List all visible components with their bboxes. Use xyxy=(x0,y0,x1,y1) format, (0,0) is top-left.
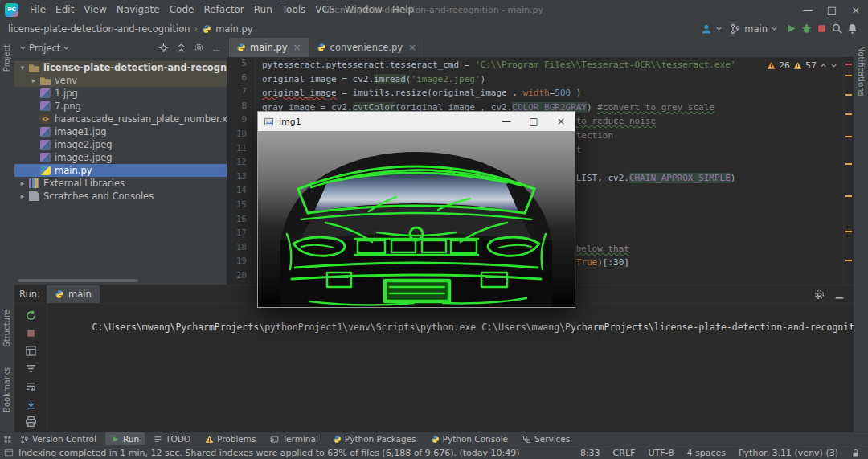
toolwindow-terminal[interactable]: Terminal xyxy=(264,432,323,445)
tab-close-icon[interactable]: × xyxy=(293,42,301,53)
chevron-down-icon[interactable] xyxy=(19,44,27,51)
lock-icon[interactable] xyxy=(851,449,860,457)
strip-bookmarks[interactable]: Bookmarks xyxy=(2,367,11,412)
branch-widget[interactable]: main xyxy=(730,23,778,35)
img1-close-button[interactable]: × xyxy=(547,112,575,131)
settings-icon[interactable] xyxy=(813,289,825,301)
right-tool-strip: Notifications xyxy=(853,38,868,432)
stop-icon[interactable] xyxy=(816,23,828,35)
line-number: 16 xyxy=(227,214,255,228)
breadcrumb-file[interactable]: main.py xyxy=(215,23,253,35)
warning-stripe-mark xyxy=(845,64,852,65)
libs-icon xyxy=(29,178,39,188)
search-icon[interactable] xyxy=(831,23,843,35)
tree-item-image1-jpg[interactable]: image1.jpg xyxy=(14,125,227,138)
window-icon xyxy=(4,448,14,457)
caret-position[interactable]: 8:33 xyxy=(580,448,600,458)
maximize-button[interactable]: □ xyxy=(820,0,844,19)
play-icon[interactable] xyxy=(785,23,797,35)
menu-run[interactable]: Run xyxy=(249,0,277,19)
img1-maximize-button[interactable]: □ xyxy=(520,112,547,131)
menu-code[interactable]: Code xyxy=(165,0,199,19)
error-stripe[interactable] xyxy=(843,57,854,285)
softwrap-icon[interactable] xyxy=(25,380,37,392)
strip-project[interactable]: Project xyxy=(2,44,11,72)
chevron-down-icon[interactable] xyxy=(63,44,70,51)
img1-minimize-button[interactable]: — xyxy=(493,112,520,131)
tree-item-1-jpg[interactable]: 1.jpg xyxy=(14,87,227,100)
hide-icon[interactable] xyxy=(833,289,845,301)
scroll-down-icon[interactable] xyxy=(25,398,37,410)
previous-issue-icon[interactable] xyxy=(820,62,827,69)
toolwindow-label: Version Control xyxy=(32,434,96,444)
strip-notifications[interactable]: Notifications xyxy=(857,46,866,96)
menu-tools[interactable]: Tools xyxy=(277,0,311,19)
menu-refactor[interactable]: Refactor xyxy=(199,0,248,19)
code-token: ) xyxy=(587,102,597,113)
toolwindow-python-packages[interactable]: Python Packages xyxy=(327,432,422,445)
next-issue-icon[interactable] xyxy=(830,62,837,69)
line-number: 15 xyxy=(227,199,255,214)
locate-icon[interactable] xyxy=(158,43,169,53)
run-tab-main[interactable]: main xyxy=(47,285,100,303)
toolwindow-run[interactable]: Run xyxy=(105,432,145,445)
branch-name: main xyxy=(744,23,768,35)
tree-item-image3-jpeg[interactable]: image3.jpeg xyxy=(14,151,227,164)
breadcrumb-project[interactable]: license-plate-detection-and-recognition xyxy=(8,23,190,35)
inspections-widget[interactable]: 26 57 xyxy=(764,59,841,72)
bell-icon[interactable] xyxy=(846,23,858,35)
tab-close-icon[interactable]: × xyxy=(408,42,416,53)
close-button[interactable]: × xyxy=(844,0,868,19)
toolwindow-label: Python Packages xyxy=(345,434,416,444)
tree-item-license-plate-detection-and-recognition[interactable]: ▾license-plate-detection-and-recognition… xyxy=(14,61,227,74)
line-separator[interactable]: CRLF xyxy=(613,448,636,458)
toolwindow-todo[interactable]: TODO xyxy=(148,432,196,445)
toolwindow-services[interactable]: Services xyxy=(517,432,575,445)
run-console-output[interactable]: C:\Users\mwang\PycharmProjects\pythonPro… xyxy=(47,303,854,432)
bug-icon[interactable] xyxy=(800,23,813,35)
menu-file[interactable]: File xyxy=(25,0,51,19)
toolwindow-switcher[interactable] xyxy=(0,435,14,444)
tree-item-7-png[interactable]: 7.png xyxy=(14,100,227,113)
python-file-icon xyxy=(202,24,211,34)
tab-convenience-py[interactable]: convenience.py× xyxy=(309,38,425,57)
stop-dim-icon[interactable] xyxy=(25,327,37,339)
tree-item-label: main.py xyxy=(55,165,92,176)
tree-item-external-libraries[interactable]: ▸External Libraries xyxy=(14,177,227,190)
tree-item-image2-jpeg[interactable]: image2.jpeg xyxy=(14,138,227,151)
tab-main-py[interactable]: main.py× xyxy=(229,38,309,57)
image-window-icon xyxy=(264,117,274,127)
menu-navigate[interactable]: Navigate xyxy=(112,0,165,19)
filter-icon[interactable] xyxy=(25,363,37,375)
project-panel: Project ▾license-plate-detection-and-rec… xyxy=(14,38,227,285)
tree-item-haarcascade-russian-plate-number-xml[interactable]: <>haarcascade_russian_plate_number.xml xyxy=(14,113,227,125)
project-panel-header: Project xyxy=(14,38,227,59)
strip-structure[interactable]: Structure xyxy=(2,309,11,347)
indent-style[interactable]: 4 spaces xyxy=(686,448,726,458)
user-widget[interactable] xyxy=(701,23,723,35)
print-icon[interactable] xyxy=(25,416,37,428)
python-interpreter[interactable]: Python 3.11 (venv) (3) xyxy=(739,448,838,458)
file-encoding[interactable]: UTF-8 xyxy=(648,448,674,458)
project-panel-title[interactable]: Project xyxy=(29,43,60,54)
menu-view[interactable]: View xyxy=(79,0,111,19)
python-icon xyxy=(236,43,246,52)
horizontal-scrollbar[interactable] xyxy=(18,279,138,282)
tree-item-venv[interactable]: ▸venv xyxy=(14,74,227,87)
settings-icon[interactable] xyxy=(194,43,204,53)
hide-icon[interactable] xyxy=(211,43,222,53)
toolwindow-problems[interactable]: Problems xyxy=(199,432,261,445)
toolwindow-version-control[interactable]: Version Control xyxy=(14,432,102,445)
collapse-all-icon[interactable] xyxy=(176,43,186,53)
minimize-button[interactable]: — xyxy=(796,0,820,19)
menu-edit[interactable]: Edit xyxy=(51,0,79,19)
layout-icon[interactable] xyxy=(25,345,37,357)
tree-item-main-py[interactable]: main.py xyxy=(14,164,227,177)
grid-icon xyxy=(3,435,12,444)
tree-item-scratches-and-consoles[interactable]: ▸Scratches and Consoles xyxy=(14,190,227,203)
tab-label: convenience.py xyxy=(330,42,403,53)
breadcrumb-separator: › xyxy=(194,23,199,35)
rerun-icon[interactable] xyxy=(25,309,37,322)
toolwindow-python-console[interactable]: Python Console xyxy=(425,432,514,445)
img1-titlebar[interactable]: img1 — □ × xyxy=(258,112,575,131)
